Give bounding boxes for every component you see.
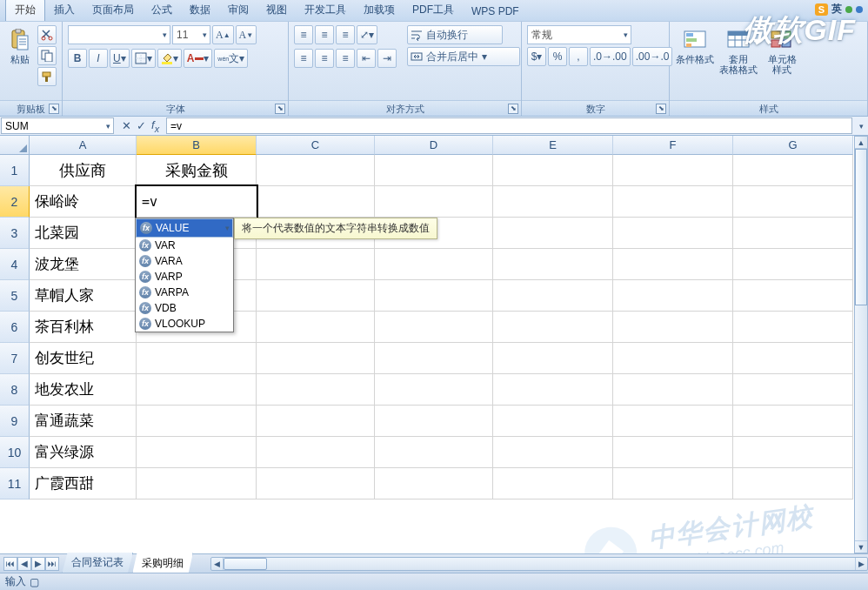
percent-button[interactable]: % <box>548 47 567 66</box>
currency-button[interactable]: $▾ <box>527 47 546 66</box>
tab-pdf[interactable]: PDF工具 <box>404 0 463 21</box>
italic-button[interactable]: I <box>89 49 108 68</box>
cell-G4[interactable] <box>733 249 853 280</box>
autocomplete-item[interactable]: fxVDB <box>136 300 233 316</box>
scroll-right-button[interactable]: ▶ <box>855 558 867 570</box>
cell-E9[interactable] <box>493 406 613 437</box>
cell-C9[interactable] <box>257 406 375 437</box>
cell-G5[interactable] <box>733 280 853 312</box>
cell-C11[interactable] <box>257 468 375 499</box>
cell-D8[interactable] <box>375 374 493 406</box>
autocomplete-item[interactable]: fxVLOOKUP <box>136 316 233 332</box>
spreadsheet-grid[interactable]: ABCDEFG 1234567891011 供应商采购金额保峪岭北菜园波龙堡草帽… <box>0 136 868 553</box>
col-header-G[interactable]: G <box>733 136 853 155</box>
decrease-decimal-button[interactable]: .00→.0 <box>632 47 673 66</box>
cell-A8[interactable]: 地发农业 <box>30 374 137 406</box>
cell-C8[interactable] <box>257 374 375 406</box>
tab-devtools[interactable]: 开发工具 <box>296 0 355 21</box>
row-header-9[interactable]: 9 <box>0 406 30 437</box>
comma-button[interactable]: , <box>569 47 588 66</box>
row-header-5[interactable]: 5 <box>0 280 30 312</box>
cell-E4[interactable] <box>493 249 613 280</box>
autocomplete-item[interactable]: fxVALUE <box>136 218 233 238</box>
number-launcher[interactable]: ⬊ <box>656 104 666 114</box>
cell-G2[interactable] <box>733 186 853 218</box>
cell-G9[interactable] <box>733 406 853 437</box>
cell-D2[interactable] <box>375 186 493 218</box>
cell-E1[interactable] <box>493 155 613 186</box>
cell-E11[interactable] <box>493 468 613 499</box>
align-bottom-button[interactable]: ≡ <box>336 25 355 44</box>
wrap-text-button[interactable]: 自动换行 <box>407 25 503 44</box>
border-button[interactable]: ▾ <box>131 49 156 68</box>
cell-C4[interactable] <box>257 249 375 280</box>
formula-autocomplete[interactable]: fxVALUEfxVARfxVARAfxVARPfxVARPAfxVDBfxVL… <box>135 218 234 332</box>
cell-E7[interactable] <box>493 343 613 374</box>
indent-decrease-button[interactable]: ⇤ <box>357 49 376 68</box>
underline-button[interactable]: U▾ <box>110 49 130 68</box>
cell-A4[interactable]: 波龙堡 <box>30 249 137 280</box>
row-header-6[interactable]: 6 <box>0 312 30 343</box>
scroll-up-button[interactable]: ▲ <box>855 137 867 149</box>
col-header-B[interactable]: B <box>137 136 257 155</box>
tab-layout[interactable]: 页面布局 <box>83 0 143 21</box>
scroll-down-button[interactable]: ▼ <box>855 540 867 553</box>
increase-decimal-button[interactable]: .0→.00 <box>590 47 631 66</box>
cell-F9[interactable] <box>613 406 733 437</box>
cell-A11[interactable]: 广霞西甜 <box>30 468 137 499</box>
col-header-E[interactable]: E <box>493 136 613 155</box>
cut-button[interactable] <box>37 25 57 44</box>
cell-D10[interactable] <box>375 437 493 468</box>
align-top-button[interactable]: ≡ <box>294 25 313 44</box>
cell-A1[interactable]: 供应商 <box>30 155 137 186</box>
cell-F2[interactable] <box>613 186 733 218</box>
autocomplete-item[interactable]: fxVARA <box>136 253 233 269</box>
cell-F6[interactable] <box>613 312 733 343</box>
cell-D11[interactable] <box>375 468 493 499</box>
cell-C5[interactable] <box>257 280 375 312</box>
cell-D6[interactable] <box>375 312 493 343</box>
hscroll-thumb[interactable] <box>224 558 267 570</box>
cell-F7[interactable] <box>613 343 733 374</box>
vertical-scrollbar[interactable]: ▲ ▼ <box>854 136 868 553</box>
cell-C1[interactable] <box>257 155 375 186</box>
paste-button[interactable]: 粘贴 <box>5 25 34 67</box>
decrease-font-button[interactable]: A▼ <box>236 25 257 44</box>
accept-formula-button[interactable]: ✓ <box>137 119 146 132</box>
cell-B1[interactable]: 采购金额 <box>137 155 257 186</box>
cell-B10[interactable] <box>137 437 257 468</box>
cell-G1[interactable] <box>733 155 853 186</box>
col-header-C[interactable]: C <box>257 136 375 155</box>
font-launcher[interactable]: ⬊ <box>275 104 285 114</box>
col-header-D[interactable]: D <box>375 136 493 155</box>
cell-G10[interactable] <box>733 437 853 468</box>
phonetic-button[interactable]: wén文▾ <box>214 49 248 68</box>
formula-input[interactable]: =v <box>166 117 852 134</box>
cell-F8[interactable] <box>613 374 733 406</box>
sheet-nav-prev[interactable]: ◀ <box>17 557 31 571</box>
insert-function-button[interactable]: fx <box>151 118 159 134</box>
vscroll-thumb[interactable] <box>855 149 867 305</box>
row-header-11[interactable]: 11 <box>0 468 30 499</box>
tab-review[interactable]: 审阅 <box>219 0 257 21</box>
scroll-left-button[interactable]: ◀ <box>211 558 224 570</box>
row-header-2[interactable]: 2 <box>0 186 30 218</box>
cell-G3[interactable] <box>733 218 853 249</box>
cell-F5[interactable] <box>613 280 733 312</box>
sheet-nav-next[interactable]: ▶ <box>31 557 45 571</box>
cell-G6[interactable] <box>733 312 853 343</box>
cell-B2[interactable] <box>137 186 257 218</box>
copy-button[interactable] <box>37 46 57 65</box>
cell-D1[interactable] <box>375 155 493 186</box>
align-middle-button[interactable]: ≡ <box>315 25 334 44</box>
align-right-button[interactable]: ≡ <box>336 49 355 68</box>
cell-E2[interactable] <box>493 186 613 218</box>
cell-G11[interactable] <box>733 468 853 499</box>
cell-A2[interactable]: 保峪岭 <box>30 186 137 218</box>
cell-G8[interactable] <box>733 374 853 406</box>
cell-A5[interactable]: 草帽人家 <box>30 280 137 312</box>
format-as-table-button[interactable]: 套用 表格格式 <box>718 25 758 77</box>
cell-A3[interactable]: 北菜园 <box>30 218 137 249</box>
cell-D7[interactable] <box>375 343 493 374</box>
tab-data[interactable]: 数据 <box>181 0 219 21</box>
